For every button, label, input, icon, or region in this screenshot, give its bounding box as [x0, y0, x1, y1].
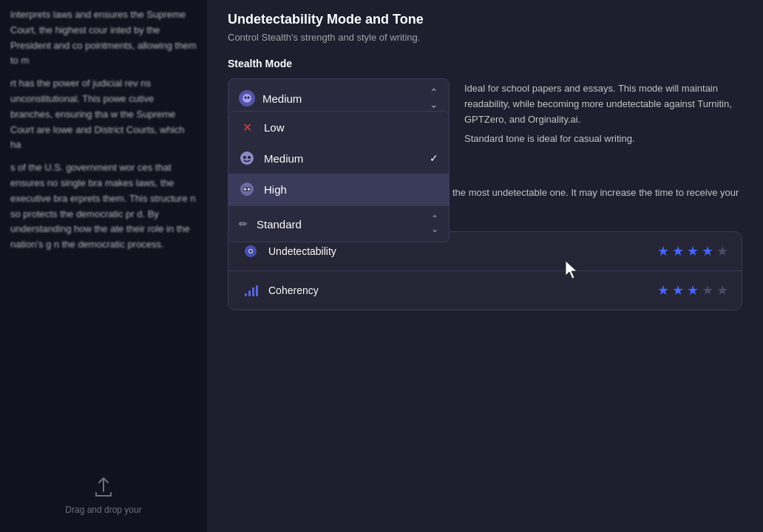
star-4: ★: [702, 243, 713, 259]
svg-point-3: [240, 151, 254, 165]
coherency-label: Coherency: [268, 284, 657, 296]
high-label: High: [264, 183, 287, 196]
c-star-2: ★: [672, 282, 684, 299]
dropdown-item-low[interactable]: ✕ Low: [228, 112, 449, 143]
svg-point-12: [250, 250, 252, 252]
stealth-mode-label: Stealth Mode: [228, 58, 742, 69]
svg-point-2: [248, 97, 250, 99]
stats-row-coherency: Coherency ★ ★ ★ ★ ★: [228, 271, 742, 310]
svg-point-0: [243, 94, 251, 103]
dropdown-container: Medium ⌃⌄ ✕ Low: [228, 78, 450, 118]
drag-drop-text: Drag and drop your: [65, 503, 141, 517]
stealth-mode-menu: ✕ Low Medium ✓: [228, 111, 450, 242]
coherency-icon: [242, 282, 260, 299]
left-text-2: rt has the power of judicial rev ns unco…: [10, 76, 197, 153]
right-panel: Undetectability Mode and Tone Control St…: [207, 0, 763, 532]
medium-checkmark-icon: ✓: [430, 152, 438, 164]
dropdown-item-high[interactable]: High: [228, 174, 449, 205]
undetectability-label: Undetectability: [268, 245, 657, 257]
page-title: Undetectability Mode and Tone: [228, 12, 742, 27]
standard-label: Standard: [257, 218, 302, 231]
selected-stealth-value: Medium: [262, 92, 302, 105]
stats-card: Undetectability ★ ★ ★ ★ ★ Coherency: [228, 231, 742, 310]
star-2: ★: [672, 243, 684, 259]
stealth-mode-icon: [239, 90, 255, 106]
svg-rect-16: [256, 285, 258, 296]
left-text-3: s of the U.S. government wor ces that en…: [10, 160, 197, 253]
star-3: ★: [687, 243, 699, 259]
c-star-3: ★: [687, 282, 699, 299]
upload-icon: [92, 475, 115, 499]
stealth-mode-row: Medium ⌃⌄ ✕ Low: [228, 78, 742, 127]
svg-point-8: [244, 188, 246, 191]
coherency-stars: ★ ★ ★ ★ ★: [657, 282, 728, 299]
star-5: ★: [716, 243, 728, 259]
left-panel: interprets laws and ensures the Supreme …: [0, 0, 207, 532]
mode-description: Ideal for school papers and essays. This…: [464, 78, 742, 127]
dropdown-item-medium[interactable]: Medium ✓: [228, 143, 449, 174]
c-star-5: ★: [716, 282, 728, 299]
c-star-4: ★: [702, 282, 713, 299]
high-icon: [239, 181, 255, 197]
svg-point-1: [245, 97, 247, 99]
medium-label: Medium: [264, 152, 303, 165]
standard-icon: ✏: [239, 218, 248, 230]
dropdown-item-standard[interactable]: ✏ Standard ⌃⌄: [228, 205, 449, 242]
low-icon: ✕: [239, 119, 255, 135]
page-description: Control Stealth's strength and style of …: [228, 32, 742, 43]
svg-point-9: [248, 188, 250, 191]
svg-rect-14: [248, 290, 251, 296]
svg-rect-15: [252, 287, 254, 296]
low-label: Low: [264, 121, 285, 134]
svg-point-5: [248, 156, 251, 159]
left-text-1: interprets laws and ensures the Supreme …: [10, 7, 197, 69]
svg-point-4: [243, 156, 246, 159]
undetectability-icon: [242, 242, 260, 260]
tone-description: Standard tone is ideal for casual writin…: [464, 132, 742, 147]
c-star-1: ★: [657, 282, 669, 299]
undetectability-stars: ★ ★ ★ ★ ★: [657, 243, 728, 259]
svg-rect-13: [245, 293, 247, 296]
dropdown-chevron-icon: ⌃⌄: [430, 86, 438, 110]
medium-icon: [239, 150, 255, 166]
standard-chevron-icon: ⌃⌄: [431, 214, 438, 234]
star-1: ★: [657, 243, 669, 259]
